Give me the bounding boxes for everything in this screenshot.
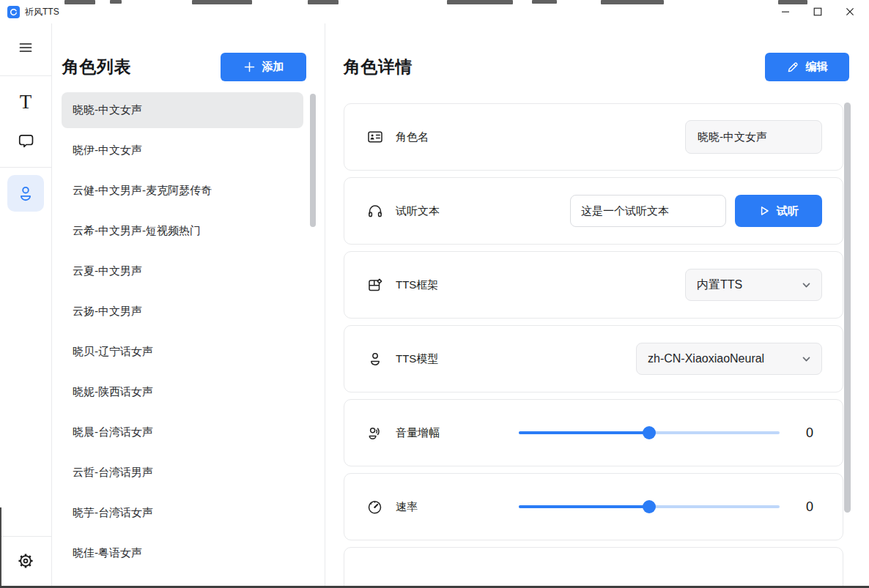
- chevron-down-icon: [801, 354, 812, 365]
- tts-model-select[interactable]: zh-CN-XiaoxiaoNeural: [636, 343, 822, 375]
- chat-icon: [17, 132, 35, 150]
- tts-model-card: TTS模型 zh-CN-XiaoxiaoNeural: [344, 325, 843, 392]
- role-list-item[interactable]: 晓芋-台湾话女声: [62, 495, 303, 531]
- screen-artifact: [778, 0, 807, 4]
- role-list-item[interactable]: 云哲-台湾话男声: [62, 455, 303, 491]
- role-list-panel: 角色列表 添加 晓晓-中文女声晓伊-中文女声云健-中文男声-麦克阿瑟传奇云希-中…: [52, 23, 325, 588]
- volume-gain-slider[interactable]: [519, 426, 780, 439]
- divider: [0, 167, 51, 168]
- audition-label: 试听文本: [396, 204, 440, 218]
- role-name-value[interactable]: 晓晓-中文女声: [685, 120, 822, 154]
- close-icon: [846, 7, 854, 16]
- role-list-item[interactable]: 晓伊-中文女声: [62, 133, 303, 168]
- framework-box-icon: [366, 277, 383, 293]
- role-detail-panel: 角色详情 编辑: [325, 23, 869, 588]
- screen-artifact: [110, 0, 122, 4]
- role-list-item[interactable]: 云希-中文男声-短视频热门: [62, 213, 303, 249]
- tts-framework-select[interactable]: 内置TTS: [685, 269, 822, 301]
- screen-artifact: [192, 0, 252, 4]
- chevron-down-icon: [801, 280, 812, 291]
- maximize-icon: [813, 7, 822, 16]
- role-list-item[interactable]: 晓佳-粤语女声: [62, 535, 303, 571]
- role-list-item[interactable]: 云夏-中文男声: [62, 253, 303, 289]
- divider: [0, 75, 51, 76]
- speech-rate-slider[interactable]: [519, 500, 780, 513]
- slider-fill: [519, 505, 649, 508]
- app-window: 祈风TTS T: [0, 0, 869, 588]
- divider: [0, 536, 51, 537]
- screen-artifact: [601, 0, 664, 4]
- screen-artifact: [308, 0, 339, 4]
- tts-framework-label: TTS框架: [396, 278, 438, 292]
- volume-gain-card: 音量增幅 0: [344, 399, 843, 466]
- audition-play-button-label: 试听: [777, 204, 799, 218]
- role-detail-title: 角色详情: [344, 56, 413, 78]
- role-list-scrollbar[interactable]: [310, 94, 316, 227]
- tts-model-label: TTS模型: [396, 352, 438, 366]
- text-icon: T: [20, 92, 32, 112]
- screen-artifact: [532, 0, 557, 4]
- tts-framework-card: TTS框架 内置TTS: [344, 251, 843, 319]
- role-name-card: 角色名 晓晓-中文女声: [344, 103, 843, 171]
- sidebar-item-text[interactable]: T: [8, 87, 43, 116]
- hamburger-icon: [17, 39, 34, 56]
- next-card-partial: [344, 547, 843, 588]
- role-list-title: 角色列表: [62, 56, 131, 78]
- sidebar-item-messages[interactable]: [8, 126, 43, 155]
- minimize-icon: [781, 7, 790, 16]
- screen-edge: [0, 507, 1, 588]
- speech-rate-slider-thumb[interactable]: [643, 500, 656, 513]
- role-list: 晓晓-中文女声晓伊-中文女声云健-中文男声-麦克阿瑟传奇云希-中文男声-短视频热…: [52, 92, 325, 571]
- gear-icon: [16, 551, 35, 570]
- detail-cards: 角色名 晓晓-中文女声 试听文本: [325, 103, 869, 588]
- app-title: 祈风TTS: [25, 6, 59, 18]
- slider-fill: [519, 431, 649, 434]
- role-name-label: 角色名: [396, 130, 429, 144]
- role-list-item[interactable]: 云扬-中文男声: [62, 294, 303, 330]
- role-list-item[interactable]: 晓贝-辽宁话女声: [62, 334, 303, 370]
- audition-text-input[interactable]: [570, 195, 726, 227]
- audition-play-button[interactable]: 试听: [735, 195, 822, 227]
- speech-rate-value: 0: [797, 499, 822, 515]
- titlebar: 祈风TTS: [0, 0, 869, 23]
- role-list-item[interactable]: 晓晨-台湾话女声: [62, 414, 303, 450]
- app-logo-icon: [7, 6, 20, 18]
- audition-card: 试听文本 试听: [344, 177, 843, 245]
- role-list-item[interactable]: 晓妮-陕西话女声: [62, 374, 303, 410]
- screen-artifact: [447, 0, 513, 4]
- play-icon: [758, 205, 770, 217]
- role-list-item[interactable]: 云健-中文男声-麦克阿瑟传奇: [62, 173, 303, 209]
- close-button[interactable]: [834, 0, 866, 23]
- add-role-button[interactable]: 添加: [221, 53, 306, 81]
- voice-person-icon: [366, 425, 383, 442]
- person-icon: [16, 184, 35, 203]
- id-card-icon: [366, 129, 383, 145]
- role-list-item[interactable]: 晓晓-中文女声: [62, 92, 303, 128]
- icon-rail: T: [0, 23, 52, 588]
- role-list-header: 角色列表 添加: [52, 23, 325, 92]
- edit-button[interactable]: 编辑: [765, 53, 849, 81]
- pencil-icon: [787, 61, 799, 73]
- tts-model-value: zh-CN-XiaoxiaoNeural: [648, 352, 801, 365]
- plus-icon: [243, 61, 256, 73]
- volume-gain-label: 音量增幅: [396, 426, 440, 440]
- role-detail-header: 角色详情 编辑: [325, 23, 869, 103]
- volume-gain-slider-thumb[interactable]: [643, 426, 656, 439]
- settings-button[interactable]: [8, 546, 43, 576]
- person-icon: [366, 351, 383, 367]
- add-role-button-label: 添加: [262, 60, 284, 74]
- screen-artifact: [64, 0, 95, 4]
- gauge-icon: [366, 499, 383, 516]
- speech-rate-card: 速率 0: [344, 473, 843, 540]
- tts-framework-value: 内置TTS: [697, 278, 801, 293]
- speech-rate-label: 速率: [396, 500, 418, 514]
- edit-button-label: 编辑: [806, 60, 828, 74]
- volume-gain-value: 0: [797, 425, 822, 441]
- detail-scrollbar[interactable]: [844, 103, 851, 513]
- headphones-icon: [366, 203, 383, 219]
- sidebar-item-roles[interactable]: [7, 175, 44, 212]
- menu-button[interactable]: [8, 33, 43, 62]
